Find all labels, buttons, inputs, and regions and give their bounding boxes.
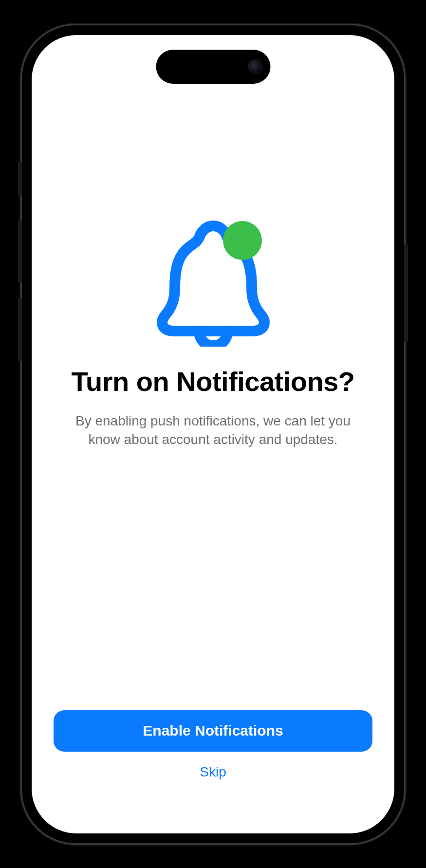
svg-point-0 [223, 221, 262, 260]
volume-up-button [18, 220, 22, 283]
volume-down-button [18, 298, 22, 361]
dynamic-island [156, 50, 270, 84]
screen: Turn on Notifications? By enabling push … [32, 35, 394, 833]
bottom-actions: Enable Notifications Skip [32, 710, 394, 833]
power-button [404, 244, 408, 342]
onboarding-content: Turn on Notifications? By enabling push … [32, 35, 394, 710]
phone-frame: Turn on Notifications? By enabling push … [22, 25, 404, 843]
silent-switch [18, 162, 22, 196]
prompt-subtitle: By enabling push notifications, we can l… [72, 412, 354, 449]
enable-notifications-button[interactable]: Enable Notifications [54, 710, 372, 752]
skip-button[interactable]: Skip [200, 764, 226, 780]
front-camera [248, 59, 262, 74]
prompt-title: Turn on Notifications? [71, 366, 354, 397]
bell-notification-icon [152, 220, 274, 347]
